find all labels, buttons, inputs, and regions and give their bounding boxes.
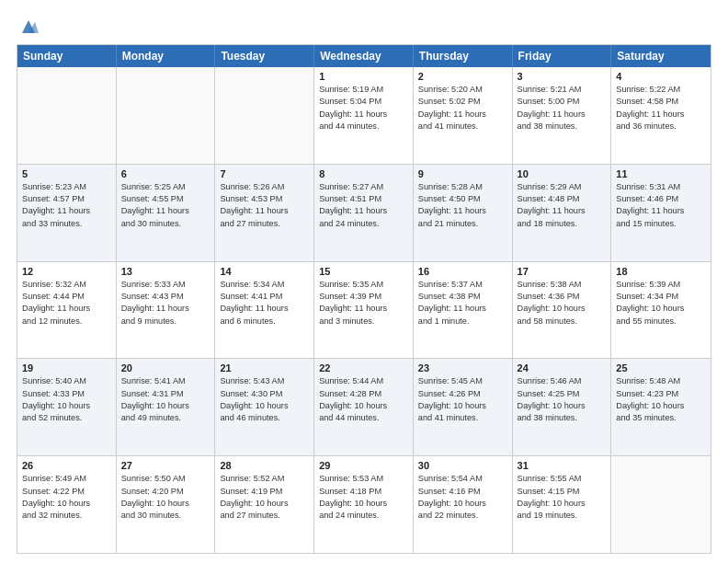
day-info-28: Sunrise: 5:52 AM Sunset: 4:19 PM Dayligh… <box>220 473 309 522</box>
day-cell-10: 10Sunrise: 5:29 AM Sunset: 4:48 PM Dayli… <box>513 165 612 261</box>
day-number-25: 25 <box>616 362 706 373</box>
day-number-10: 10 <box>518 168 607 179</box>
day-info-25: Sunrise: 5:48 AM Sunset: 4:23 PM Dayligh… <box>616 375 706 424</box>
day-info-10: Sunrise: 5:29 AM Sunset: 4:48 PM Dayligh… <box>518 181 607 230</box>
day-number-1: 1 <box>319 71 408 82</box>
day-info-17: Sunrise: 5:38 AM Sunset: 4:36 PM Dayligh… <box>518 279 607 327</box>
day-cell-20: 20Sunrise: 5:41 AM Sunset: 4:31 PM Dayli… <box>117 359 216 455</box>
day-info-29: Sunrise: 5:53 AM Sunset: 4:18 PM Dayligh… <box>319 473 408 522</box>
day-info-9: Sunrise: 5:28 AM Sunset: 4:50 PM Dayligh… <box>418 181 507 230</box>
day-number-2: 2 <box>418 71 507 82</box>
logo <box>17 17 39 35</box>
header-saturday: Saturday <box>611 45 711 67</box>
day-cell-30: 30Sunrise: 5:54 AM Sunset: 4:16 PM Dayli… <box>414 456 513 553</box>
empty-cell-0-2 <box>215 67 314 164</box>
day-number-14: 14 <box>220 266 309 277</box>
day-cell-12: 12Sunrise: 5:32 AM Sunset: 4:44 PM Dayli… <box>17 262 117 359</box>
calendar: SundayMondayTuesdayWednesdayThursdayFrid… <box>17 44 711 554</box>
calendar-row-0: 1Sunrise: 5:19 AM Sunset: 5:04 PM Daylig… <box>17 67 711 164</box>
day-cell-24: 24Sunrise: 5:46 AM Sunset: 4:25 PM Dayli… <box>513 359 612 455</box>
day-number-7: 7 <box>220 168 309 179</box>
day-info-1: Sunrise: 5:19 AM Sunset: 5:04 PM Dayligh… <box>319 84 408 132</box>
calendar-row-3: 19Sunrise: 5:40 AM Sunset: 4:33 PM Dayli… <box>17 358 711 455</box>
day-info-6: Sunrise: 5:25 AM Sunset: 4:55 PM Dayligh… <box>121 181 210 230</box>
day-cell-9: 9Sunrise: 5:28 AM Sunset: 4:50 PM Daylig… <box>414 165 513 261</box>
day-info-20: Sunrise: 5:41 AM Sunset: 4:31 PM Dayligh… <box>121 375 210 424</box>
day-cell-25: 25Sunrise: 5:48 AM Sunset: 4:23 PM Dayli… <box>611 359 711 455</box>
header-wednesday: Wednesday <box>314 45 414 67</box>
day-info-14: Sunrise: 5:34 AM Sunset: 4:41 PM Dayligh… <box>220 279 309 327</box>
day-cell-31: 31Sunrise: 5:55 AM Sunset: 4:15 PM Dayli… <box>513 456 612 553</box>
day-number-9: 9 <box>418 168 507 179</box>
day-cell-29: 29Sunrise: 5:53 AM Sunset: 4:18 PM Dayli… <box>314 456 414 553</box>
day-info-23: Sunrise: 5:45 AM Sunset: 4:26 PM Dayligh… <box>418 375 507 424</box>
day-cell-19: 19Sunrise: 5:40 AM Sunset: 4:33 PM Dayli… <box>17 359 117 455</box>
header-monday: Monday <box>117 45 216 67</box>
header <box>17 17 711 35</box>
day-info-27: Sunrise: 5:50 AM Sunset: 4:20 PM Dayligh… <box>121 473 210 522</box>
day-info-18: Sunrise: 5:39 AM Sunset: 4:34 PM Dayligh… <box>616 279 706 327</box>
day-number-17: 17 <box>518 266 607 277</box>
day-info-15: Sunrise: 5:35 AM Sunset: 4:39 PM Dayligh… <box>319 279 408 327</box>
day-number-31: 31 <box>518 460 607 471</box>
day-number-3: 3 <box>518 71 607 82</box>
day-info-30: Sunrise: 5:54 AM Sunset: 4:16 PM Dayligh… <box>418 473 507 522</box>
day-cell-27: 27Sunrise: 5:50 AM Sunset: 4:20 PM Dayli… <box>117 456 216 553</box>
empty-cell-0-1 <box>117 67 216 164</box>
empty-cell-0-0 <box>17 67 117 164</box>
day-info-4: Sunrise: 5:22 AM Sunset: 4:58 PM Dayligh… <box>616 84 706 132</box>
day-info-24: Sunrise: 5:46 AM Sunset: 4:25 PM Dayligh… <box>518 375 607 424</box>
day-cell-5: 5Sunrise: 5:23 AM Sunset: 4:57 PM Daylig… <box>17 165 117 261</box>
calendar-row-1: 5Sunrise: 5:23 AM Sunset: 4:57 PM Daylig… <box>17 164 711 261</box>
day-number-8: 8 <box>319 168 408 179</box>
empty-cell-4-6 <box>611 456 711 553</box>
day-number-6: 6 <box>121 168 210 179</box>
day-cell-13: 13Sunrise: 5:33 AM Sunset: 4:43 PM Dayli… <box>117 262 216 359</box>
day-cell-2: 2Sunrise: 5:20 AM Sunset: 5:02 PM Daylig… <box>414 67 513 164</box>
day-number-29: 29 <box>319 460 408 471</box>
day-info-11: Sunrise: 5:31 AM Sunset: 4:46 PM Dayligh… <box>616 181 706 230</box>
day-number-26: 26 <box>22 460 111 471</box>
calendar-row-2: 12Sunrise: 5:32 AM Sunset: 4:44 PM Dayli… <box>17 261 711 359</box>
day-info-19: Sunrise: 5:40 AM Sunset: 4:33 PM Dayligh… <box>22 375 111 424</box>
day-number-28: 28 <box>220 460 309 471</box>
day-number-18: 18 <box>616 266 706 277</box>
day-cell-22: 22Sunrise: 5:44 AM Sunset: 4:28 PM Dayli… <box>314 359 414 455</box>
header-friday: Friday <box>513 45 612 67</box>
day-number-19: 19 <box>22 362 111 373</box>
day-number-21: 21 <box>220 362 309 373</box>
day-number-12: 12 <box>22 266 111 277</box>
day-info-13: Sunrise: 5:33 AM Sunset: 4:43 PM Dayligh… <box>121 279 210 327</box>
day-cell-15: 15Sunrise: 5:35 AM Sunset: 4:39 PM Dayli… <box>314 262 414 359</box>
day-cell-23: 23Sunrise: 5:45 AM Sunset: 4:26 PM Dayli… <box>414 359 513 455</box>
day-cell-8: 8Sunrise: 5:27 AM Sunset: 4:51 PM Daylig… <box>314 165 414 261</box>
day-cell-3: 3Sunrise: 5:21 AM Sunset: 5:00 PM Daylig… <box>513 67 612 164</box>
day-info-16: Sunrise: 5:37 AM Sunset: 4:38 PM Dayligh… <box>418 279 507 327</box>
header-thursday: Thursday <box>414 45 513 67</box>
day-number-24: 24 <box>518 362 607 373</box>
page: SundayMondayTuesdayWednesdayThursdayFrid… <box>0 0 728 563</box>
day-number-4: 4 <box>616 71 706 82</box>
day-cell-21: 21Sunrise: 5:43 AM Sunset: 4:30 PM Dayli… <box>215 359 314 455</box>
day-info-5: Sunrise: 5:23 AM Sunset: 4:57 PM Dayligh… <box>22 181 111 230</box>
day-info-26: Sunrise: 5:49 AM Sunset: 4:22 PM Dayligh… <box>22 473 111 522</box>
day-cell-28: 28Sunrise: 5:52 AM Sunset: 4:19 PM Dayli… <box>215 456 314 553</box>
day-cell-26: 26Sunrise: 5:49 AM Sunset: 4:22 PM Dayli… <box>17 456 117 553</box>
day-info-12: Sunrise: 5:32 AM Sunset: 4:44 PM Dayligh… <box>22 279 111 327</box>
day-cell-18: 18Sunrise: 5:39 AM Sunset: 4:34 PM Dayli… <box>611 262 711 359</box>
day-cell-11: 11Sunrise: 5:31 AM Sunset: 4:46 PM Dayli… <box>611 165 711 261</box>
day-number-15: 15 <box>319 266 408 277</box>
day-number-11: 11 <box>616 168 706 179</box>
day-number-13: 13 <box>121 266 210 277</box>
calendar-body: 1Sunrise: 5:19 AM Sunset: 5:04 PM Daylig… <box>17 67 711 553</box>
day-number-27: 27 <box>121 460 210 471</box>
day-number-16: 16 <box>418 266 507 277</box>
day-cell-16: 16Sunrise: 5:37 AM Sunset: 4:38 PM Dayli… <box>414 262 513 359</box>
logo-icon <box>18 17 39 37</box>
day-cell-4: 4Sunrise: 5:22 AM Sunset: 4:58 PM Daylig… <box>611 67 711 164</box>
day-info-31: Sunrise: 5:55 AM Sunset: 4:15 PM Dayligh… <box>518 473 607 522</box>
day-cell-17: 17Sunrise: 5:38 AM Sunset: 4:36 PM Dayli… <box>513 262 612 359</box>
calendar-header: SundayMondayTuesdayWednesdayThursdayFrid… <box>17 45 711 67</box>
day-info-21: Sunrise: 5:43 AM Sunset: 4:30 PM Dayligh… <box>220 375 309 424</box>
day-info-22: Sunrise: 5:44 AM Sunset: 4:28 PM Dayligh… <box>319 375 408 424</box>
